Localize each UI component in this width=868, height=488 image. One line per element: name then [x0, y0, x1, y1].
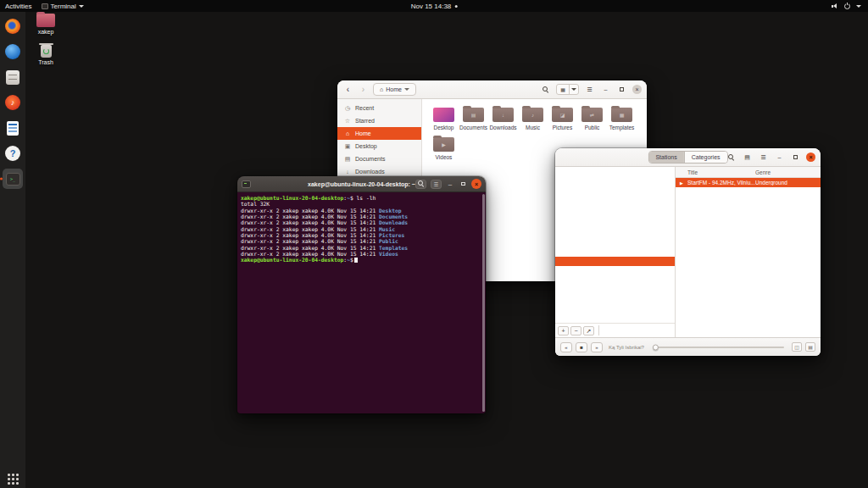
sidebar-item-desktop[interactable]: ▣ Desktop [337, 140, 421, 152]
menu-button[interactable]: ☰ [431, 180, 442, 189]
queue-button[interactable]: ▤ [805, 342, 815, 352]
app-menu-label: Terminal [51, 3, 76, 10]
next-button[interactable]: » [591, 342, 603, 352]
tab-categories[interactable]: Categories [684, 152, 727, 163]
dock-item-thunderbird[interactable] [3, 42, 23, 62]
terminal-output-line: drwxr-xr-x 2 xakep xakep 4.0K Nov 15 14:… [241, 214, 481, 219]
selected-category-row[interactable] [555, 257, 675, 266]
sidebar-label: Downloads [355, 169, 385, 175]
app-menu[interactable]: Terminal [42, 3, 84, 10]
folder-music[interactable]: ♪ Music [518, 108, 548, 130]
clock-label: Nov 15 14:38 [411, 3, 452, 10]
location-button[interactable]: ⌂ Home [373, 83, 416, 96]
dock-item-rhythmbox[interactable]: ♪ [3, 92, 23, 113]
terminal-command-line: xakep@ubuntu-linux-20-04-desktop:~$ ls -… [241, 195, 481, 201]
thunderbird-icon [5, 44, 20, 59]
show-applications-button[interactable] [7, 473, 19, 485]
sidebar-item-documents[interactable]: ▤ Documents [337, 152, 421, 165]
clock-icon: ◷ [344, 105, 351, 112]
sidebar-label: Desktop [355, 143, 377, 149]
minimize-button[interactable]: – [446, 180, 454, 188]
menu-button[interactable]: ☰ [758, 152, 769, 164]
dock-item-files[interactable] [3, 67, 23, 87]
radio-category-list[interactable] [555, 167, 675, 323]
folder-label: Documents [459, 125, 487, 130]
folder-documents[interactable]: ▤ Documents [459, 108, 488, 130]
station-genre: Underground [755, 180, 821, 186]
station-row[interactable]: ▶ StartFM - 94.2MHz, Vilniu... Undergrou… [676, 178, 821, 187]
terminal-icon: >_ [6, 173, 20, 186]
folder-label: Public [585, 125, 600, 130]
folder-videos[interactable]: ▶ Videos [429, 137, 459, 160]
help-icon: ? [5, 146, 20, 161]
playback-bar: « ■ » Ką Tyli Isbrikai? ◫ ▤ [555, 337, 821, 356]
add-station-button[interactable]: + [558, 326, 569, 336]
folder-templates[interactable]: ▦ Templates [607, 108, 637, 130]
terminal-app-icon [42, 3, 48, 9]
clock-button[interactable]: Nov 15 14:38 [411, 3, 458, 10]
terminal-output[interactable]: xakep@ubuntu-linux-20-04-desktop:~$ ls -… [237, 192, 486, 413]
firefox-icon [5, 19, 20, 34]
view-options-button[interactable] [569, 85, 578, 94]
minimize-button[interactable]: – [600, 84, 611, 96]
files-icon [6, 70, 19, 85]
previous-button[interactable]: « [560, 342, 572, 352]
desktop-icon-trash[interactable]: Trash [27, 45, 64, 65]
grid-view-icon[interactable]: ▦ [557, 85, 569, 94]
terminal-output-line: drwxr-xr-x 2 xakep xakep 4.0K Nov 15 14:… [241, 219, 481, 225]
list-view-button[interactable]: ▤ [742, 152, 753, 164]
terminal-output-line: drwxr-xr-x 2 xakep xakep 4.0K Nov 15 14:… [241, 245, 481, 251]
sidebar-item-recent[interactable]: ◷ Recent [337, 102, 421, 114]
folder-label: Music [526, 125, 540, 130]
sidebar-item-home[interactable]: ⌂ Home [337, 127, 421, 140]
play-icon: ▶ [676, 180, 687, 186]
folder-pictures[interactable]: ◪ Pictures [548, 108, 577, 130]
maximize-button[interactable] [616, 84, 627, 96]
forward-button[interactable]: › [358, 84, 369, 96]
divider [598, 325, 599, 336]
radio-stations-pane: Title Genre ▶ StartFM - 94.2MHz, Vilniu.… [676, 167, 821, 337]
stop-button[interactable]: ■ [576, 342, 587, 352]
maximize-button[interactable] [459, 182, 467, 186]
dock-item-writer[interactable] [3, 118, 23, 138]
folder-label: Downloads [489, 125, 516, 130]
maximize-button[interactable] [790, 152, 801, 164]
edit-station-button[interactable]: ↗ [583, 326, 594, 336]
system-status-area[interactable] [832, 3, 868, 9]
folder-public[interactable]: ⇄ Public [577, 108, 607, 130]
minimize-button[interactable]: – [774, 152, 785, 164]
dock-item-firefox[interactable] [3, 16, 23, 36]
desktop-icon-xakep[interactable]: xakep [27, 14, 64, 35]
folder-desktop[interactable]: Desktop [429, 108, 459, 130]
search-button[interactable] [540, 84, 551, 96]
back-button[interactable]: ‹ [342, 84, 353, 96]
view-toggle[interactable]: ▦ [556, 84, 579, 95]
close-button[interactable]: × [471, 179, 481, 189]
genre-column-header[interactable]: Genre [755, 169, 821, 175]
command-text: $ ls -lh [350, 195, 376, 201]
terminal-output-line: drwxr-xr-x 2 xakep xakep 4.0K Nov 15 14:… [241, 238, 481, 244]
tab-stations[interactable]: Stations [648, 152, 683, 163]
prompt-user: xakep@ubuntu-linux-20-04-desktop [241, 195, 343, 201]
sidebar-label: Starred [355, 118, 375, 124]
search-button[interactable] [415, 180, 426, 189]
close-button[interactable]: × [632, 85, 642, 94]
folder-downloads[interactable]: ↓ Downloads [488, 108, 518, 130]
title-column-header[interactable]: Title [687, 169, 755, 175]
search-icon [728, 154, 735, 161]
sidebar-item-starred[interactable]: ☆ Starred [337, 114, 421, 127]
search-icon [418, 180, 425, 187]
slider-handle[interactable] [653, 344, 659, 350]
terminal-scrollbar[interactable] [482, 194, 485, 412]
dock-item-help[interactable]: ? [3, 143, 23, 164]
dock-item-terminal[interactable]: >_ [3, 169, 23, 189]
terminal-window: xakep@ubuntu-linux-20-04-desktop: ~ ☰ – … [237, 176, 486, 413]
chevron-down-icon [404, 88, 409, 91]
volume-button[interactable]: ◫ [792, 342, 802, 352]
close-button[interactable]: × [806, 152, 815, 162]
seek-slider[interactable] [654, 347, 784, 348]
video-emblem-icon: ▶ [442, 142, 446, 147]
menu-button[interactable]: ☰ [584, 84, 595, 96]
activities-button[interactable]: Activities [5, 3, 32, 10]
remove-station-button[interactable]: − [570, 326, 581, 336]
